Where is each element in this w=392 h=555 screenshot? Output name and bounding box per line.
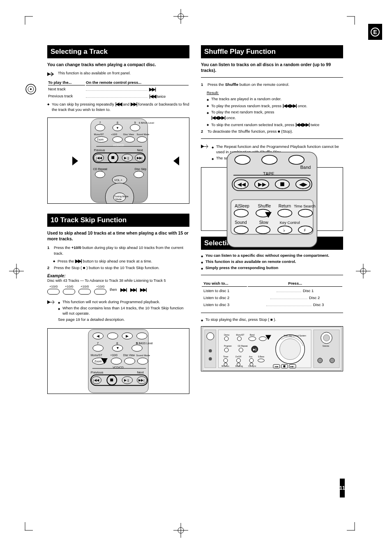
svg-text:Mode: Mode	[115, 198, 122, 200]
manual-page: E Selecting a Track You can change track…	[0, 0, 392, 555]
svg-text:+10/0: +10/0	[110, 354, 118, 357]
svg-text:Sound Mode: Sound Mode	[136, 354, 150, 357]
intro-text: Used to skip ahead 10 tracks at a time w…	[47, 230, 189, 242]
svg-text:Demo: Demo	[224, 334, 229, 336]
next-track-icon: |◀◀ ▶▶|	[211, 115, 225, 120]
svg-point-111	[256, 226, 270, 234]
svg-text:CD Repeat: CD Repeat	[93, 168, 107, 171]
svg-text:8: 8	[117, 121, 118, 124]
right-column: Shuffle Play Function You can listen to …	[201, 45, 343, 394]
section-title-shuffle: Shuffle Play Function	[201, 45, 343, 58]
svg-text:▼: ▼	[116, 346, 120, 350]
svg-text:◀▶: ◀▶	[299, 182, 307, 187]
svg-point-163	[330, 358, 334, 363]
next-track-icon: ▶▶|	[131, 101, 137, 106]
svg-point-23	[125, 136, 135, 142]
svg-text:TAPE: TAPE	[263, 171, 274, 176]
prev-track-icon: |◀◀	[149, 94, 156, 99]
step-1: 1 Press the Shuffle button on the remote…	[201, 82, 343, 88]
next-track-icon: ▶▶|	[149, 87, 156, 92]
left-column: Selecting a Track You can change tracks …	[47, 45, 189, 394]
divider	[201, 275, 343, 275]
crop-mark	[340, 522, 355, 543]
svg-point-151	[250, 363, 253, 366]
svg-text:Slow: Slow	[259, 220, 269, 225]
svg-point-84	[235, 155, 250, 164]
svg-text:▶▶: ▶▶	[258, 182, 266, 187]
svg-point-50	[107, 333, 118, 339]
oval-button-icon	[63, 289, 75, 295]
svg-point-15	[130, 124, 140, 131]
svg-point-143	[249, 359, 254, 363]
example-buttons-row: +10/0 +10/0 +10/0 +10/0 then ▶▶| ▶▶| ▶▶|	[47, 285, 189, 295]
intro-text: You can change tracks when playing a com…	[47, 62, 189, 67]
svg-text:On/Off: On/Off	[235, 356, 242, 358]
remote-figure-3: Band TAPE ◀◀ ▶▶ ◀▶ A|Sleep Shuffle Retur…	[201, 167, 343, 231]
svg-point-134	[224, 348, 228, 352]
svg-point-106	[298, 209, 312, 217]
svg-text:+10/0: +10/0	[111, 133, 118, 135]
row-label: Next track	[48, 86, 85, 92]
svg-text:7: 7	[97, 341, 99, 345]
svg-rect-78	[110, 378, 113, 381]
svg-text:S.Bass: S.Bass	[258, 356, 265, 358]
svg-text:▶▶|: ▶▶|	[138, 378, 144, 382]
svg-text:8: 8	[116, 341, 118, 345]
tab-letter: E	[373, 29, 377, 35]
svg-text:Mono/ST: Mono/ST	[91, 354, 103, 357]
section-title-10-skip: 10 Track Skip Function	[47, 214, 189, 227]
register-mark	[173, 8, 189, 25]
step-2: 2 To deactivate the Shuffle function, pr…	[201, 129, 343, 134]
arrow-right-icon	[47, 299, 55, 305]
svg-point-128	[224, 337, 228, 341]
svg-text:Zoom: Zoom	[97, 138, 104, 141]
svg-text:Aux: Aux	[249, 356, 253, 358]
svg-text:CD Repeat: CD Repeat	[238, 345, 248, 348]
register-mark	[173, 522, 189, 539]
page-number: 11	[340, 479, 345, 497]
example-text: Disc with 43 Tracks — To Advance to Trac…	[47, 278, 189, 283]
step-1: 1 Press the +10/0 button during play to …	[47, 245, 189, 256]
svg-text:Multi Jog Control System: Multi Jog Control System	[284, 335, 306, 337]
divider	[201, 138, 343, 139]
svg-rect-155	[283, 366, 285, 368]
next-track-icon: ▶▶|	[75, 258, 82, 263]
svg-text:|◀◀: |◀◀	[96, 156, 102, 160]
crop-mark	[340, 4, 355, 25]
svg-text:Sound Mode: Sound Mode	[137, 133, 150, 135]
diamond-icon: ◆	[47, 102, 49, 113]
diamond-icon: ◆	[53, 259, 55, 264]
row-label: Previous track	[48, 93, 85, 99]
next-track-icon: ▶▶|	[120, 287, 127, 292]
arrow-right-icon	[201, 144, 208, 149]
svg-text:Time Search: Time Search	[294, 204, 316, 208]
svg-text:Mono/ST: Mono/ST	[236, 334, 244, 336]
svg-point-103	[234, 209, 248, 217]
svg-text:Next: Next	[137, 370, 144, 374]
device-front-panel-figure: Multi Jog Control System Demo Mono/ST Ba…	[201, 326, 343, 371]
svg-point-68	[111, 358, 122, 364]
svg-text:Band: Band	[300, 164, 311, 169]
svg-text:Return: Return	[279, 203, 291, 208]
svg-text:A|Sleep: A|Sleep	[235, 203, 249, 208]
svg-text:9: 9	[134, 121, 136, 124]
svg-text:▶||: ▶||	[253, 348, 257, 351]
svg-point-123	[280, 339, 301, 360]
svg-point-40	[134, 171, 144, 178]
svg-point-135	[239, 348, 243, 352]
svg-point-110	[234, 226, 248, 234]
svg-text:♭: ♭	[283, 228, 285, 233]
svg-point-70	[137, 358, 148, 364]
svg-text:Band: Band	[250, 334, 255, 336]
register-mark	[355, 263, 371, 279]
svg-text:Zoom: Zoom	[95, 360, 102, 363]
svg-point-129	[238, 337, 242, 341]
svg-text:▶▶|: ▶▶|	[137, 156, 143, 160]
disc-select-table: You wish to...Press... Listen to disc 1D…	[201, 279, 343, 309]
divider	[201, 77, 343, 78]
svg-text:Mono/ST: Mono/ST	[94, 133, 104, 135]
svg-text:VOL.+: VOL.+	[114, 178, 122, 181]
svg-text:▶ ||: ▶ ||	[124, 378, 129, 382]
divider	[201, 313, 343, 313]
oval-button-icon	[94, 289, 106, 295]
